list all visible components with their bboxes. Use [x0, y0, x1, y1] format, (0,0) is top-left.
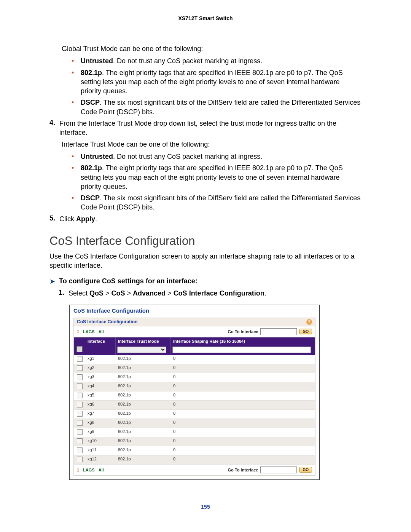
cell-interface: xg6: [85, 401, 116, 409]
row-checkbox[interactable]: [77, 457, 83, 462]
cell-interface: xg7: [85, 410, 116, 419]
row-checkbox[interactable]: [77, 356, 83, 362]
cell-interface: xg3: [85, 373, 116, 382]
table-row: xg9802.1p0: [73, 428, 315, 437]
cell-shaping-rate: 0: [171, 419, 315, 428]
cell-shaping-rate: 0: [171, 401, 315, 409]
cell-interface: xg8: [85, 419, 116, 428]
cell-interface: xg5: [85, 391, 116, 400]
cell-interface: xg4: [85, 382, 116, 391]
tab-lags[interactable]: LAGS: [83, 329, 95, 334]
tab-all-bottom[interactable]: All: [99, 468, 104, 472]
row-checkbox[interactable]: [77, 383, 83, 389]
section-heading: CoS Interface Configuration: [49, 234, 362, 248]
screenshot-panel: CoS Interface Configuration CoS Interfac…: [69, 305, 320, 480]
subpanel-title: CoS Interface Configuration: [77, 319, 137, 324]
subpanel-header: CoS Interface Configuration ?: [73, 318, 315, 326]
table-row: xg4802.1p0: [73, 382, 315, 391]
go-button-top[interactable]: GO: [299, 329, 312, 334]
tab-all[interactable]: All: [99, 329, 104, 334]
bullet-untrusted-1: • Untrusted. Do not trust any CoS packet…: [72, 56, 362, 66]
filter-row: [73, 345, 315, 355]
bullet-dot-icon: •: [72, 193, 81, 212]
bullet-dot-icon: •: [72, 163, 81, 191]
table-row: xg7802.1p0: [73, 410, 315, 419]
intro-interface-trust: Interface Trust Mode can be one of the f…: [62, 140, 362, 149]
bullet-dot-icon: •: [72, 68, 81, 96]
row-checkbox[interactable]: [77, 374, 83, 380]
help-icon[interactable]: ?: [306, 319, 312, 325]
row-checkbox[interactable]: [77, 429, 83, 435]
tab-1-bottom[interactable]: 1: [77, 468, 79, 472]
procedure-heading: ➤ To configure CoS settings for an inter…: [49, 277, 362, 286]
cell-trust-mode: 802.1p: [116, 437, 171, 446]
tab-1[interactable]: 1: [77, 329, 79, 334]
row-checkbox[interactable]: [77, 420, 83, 426]
row-checkbox[interactable]: [77, 438, 83, 444]
row-checkbox[interactable]: [77, 365, 83, 371]
cell-shaping-rate: 0: [171, 437, 315, 446]
cell-shaping-rate: 0: [171, 382, 315, 391]
step-5: 5. Click Apply.: [49, 214, 362, 224]
cell-interface: xg1: [85, 355, 116, 364]
proc-step-1: 1. Select QoS > CoS > Advanced > CoS Int…: [59, 289, 362, 298]
table-row: xg10802.1p0: [73, 437, 315, 446]
cell-interface: xg10: [85, 437, 116, 446]
arrow-icon: ➤: [49, 277, 55, 286]
row-checkbox[interactable]: [77, 411, 83, 417]
cell-trust-mode: 802.1p: [116, 373, 171, 382]
bullet-dscp-2: • DSCP. The six most significant bits of…: [72, 193, 362, 212]
select-all-checkbox[interactable]: [76, 346, 83, 352]
panel-title: CoS Interface Configuration: [70, 305, 319, 318]
cell-interface: xg9: [85, 428, 116, 437]
go-button-bottom[interactable]: GO: [299, 467, 312, 473]
shaping-rate-input[interactable]: [172, 347, 311, 353]
cell-trust-mode: 802.1p: [116, 410, 171, 419]
cell-interface: xg2: [85, 364, 116, 373]
cell-trust-mode: 802.1p: [116, 419, 171, 428]
section-desc: Use the CoS Interface Configuration scre…: [49, 252, 362, 270]
cell-trust-mode: 802.1p: [116, 446, 171, 455]
step-4: 4. From the Interface Trust Mode drop do…: [49, 119, 362, 137]
trust-mode-select[interactable]: [117, 347, 166, 353]
doc-header: XS712T Smart Switch: [49, 15, 362, 21]
table-row: xg12802.1p0: [73, 455, 315, 465]
table-header: Interface Interface Trust Mode Interface…: [73, 337, 315, 345]
table-row: xg6802.1p0: [73, 401, 315, 410]
intro-global-trust: Global Trust Mode can be one of the foll…: [62, 44, 362, 53]
cell-trust-mode: 802.1p: [116, 355, 171, 364]
bullet-dot-icon: •: [72, 98, 81, 117]
table-row: xg8802.1p0: [73, 419, 315, 428]
cell-shaping-rate: 0: [171, 428, 315, 437]
row-checkbox[interactable]: [77, 447, 83, 453]
goto-interface-label-bottom: Go To Interface: [228, 468, 258, 472]
row-checkbox[interactable]: [77, 402, 83, 407]
header-trust-mode: Interface Trust Mode: [116, 337, 171, 345]
footer-divider: [49, 499, 362, 499]
cell-trust-mode: 802.1p: [116, 428, 171, 437]
cell-shaping-rate: 0: [171, 391, 315, 400]
table-row: xg11802.1p0: [73, 446, 315, 455]
page-number: 155: [49, 504, 362, 510]
bullet-dot-icon: •: [72, 152, 81, 161]
cell-trust-mode: 802.1p: [116, 382, 171, 391]
cell-trust-mode: 802.1p: [116, 364, 171, 373]
table-row: xg2802.1p0: [73, 364, 315, 373]
row-checkbox[interactable]: [77, 393, 83, 398]
cell-trust-mode: 802.1p: [116, 455, 171, 464]
cell-shaping-rate: 0: [171, 446, 315, 455]
cell-interface: xg12: [85, 455, 116, 464]
bullet-8021p-1: • 802.1p. The eight priority tags that a…: [72, 68, 362, 96]
cell-shaping-rate: 0: [171, 355, 315, 364]
goto-interface-input[interactable]: [260, 328, 297, 335]
tab-lags-bottom[interactable]: LAGS: [83, 468, 95, 472]
bullet-dscp-1: • DSCP. The six most significant bits of…: [72, 98, 362, 117]
cell-trust-mode: 802.1p: [116, 401, 171, 409]
header-shaping-rate: Interface Shaping Rate (16 to 16384): [171, 337, 315, 345]
header-interface: Interface: [85, 337, 116, 345]
cell-trust-mode: 802.1p: [116, 391, 171, 400]
cell-interface: xg11: [85, 446, 116, 455]
table-row: xg5802.1p0: [73, 391, 315, 401]
goto-interface-input-bottom[interactable]: [260, 466, 297, 473]
cell-shaping-rate: 0: [171, 410, 315, 419]
